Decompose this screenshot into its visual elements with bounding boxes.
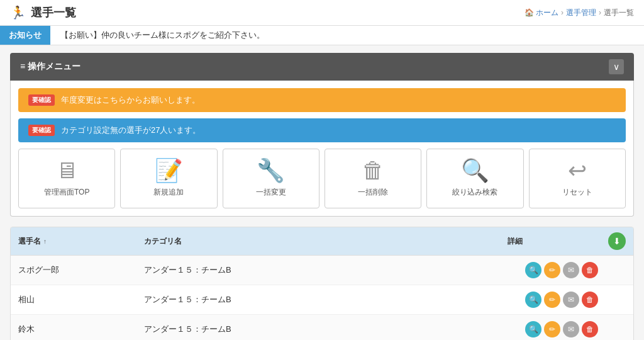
action-bulk-change-label: 一括変更 bbox=[256, 187, 286, 198]
th-player-name-label: 選手名 bbox=[18, 236, 41, 247]
th-player-name[interactable]: 選手名 ↑ bbox=[18, 236, 144, 247]
monitor-icon: 🖥 bbox=[55, 159, 78, 182]
action-bulk-delete[interactable]: 🗑 一括削除 bbox=[325, 149, 421, 208]
table-row: 相山 アンダー１５：チームB 🔍 ✏ ✉ 🗑 bbox=[11, 285, 633, 315]
player-name-1: 相山 bbox=[18, 294, 144, 305]
th-detail-label: 詳細 bbox=[508, 236, 523, 247]
download-button[interactable]: ⬇ bbox=[608, 232, 626, 250]
breadcrumb-current: 選手一覧 bbox=[604, 8, 634, 18]
detail-mail-btn-1[interactable]: ✉ bbox=[563, 292, 579, 308]
action-admin-top-label: 管理画面TOP bbox=[44, 187, 89, 198]
bulk-edit-icon: 🔧 bbox=[257, 159, 285, 182]
breadcrumb-home[interactable]: 🏠 ホーム bbox=[525, 8, 558, 18]
action-filter-search[interactable]: 🔍 絞り込み検索 bbox=[426, 149, 523, 208]
page-title: 選手一覧 bbox=[31, 5, 76, 20]
action-add-new[interactable]: 📝 新規追加 bbox=[120, 149, 217, 208]
player-category-1: アンダー１５：チームB bbox=[144, 294, 525, 305]
action-reset-label: リセット bbox=[562, 187, 592, 198]
player-table: 選手名 ↑ カテゴリ名 詳細 ⬇ スポグ一郎 アンダー１５：チームB 🔍 ✏ bbox=[10, 227, 634, 340]
detail-mail-btn-0[interactable]: ✉ bbox=[563, 262, 579, 278]
action-bulk-change[interactable]: 🔧 一括変更 bbox=[223, 149, 319, 208]
alert-banner-year[interactable]: 要確認 年度変更はこちらからお願いします。 bbox=[18, 88, 626, 112]
alert-message-1: カテゴリ設定無の選手が27人います。 bbox=[61, 125, 201, 136]
detail-delete-btn-1[interactable]: 🗑 bbox=[582, 292, 598, 308]
operation-menu-toggle[interactable]: ≡ 操作メニュー ∨ bbox=[10, 53, 634, 81]
detail-edit-btn-1[interactable]: ✏ bbox=[544, 292, 560, 308]
reset-icon: ↩ bbox=[568, 159, 587, 182]
th-detail: 詳細 bbox=[508, 236, 608, 247]
action-admin-top[interactable]: 🖥 管理画面TOP bbox=[18, 149, 115, 208]
player-category-2: アンダー１５：チームB bbox=[144, 324, 525, 335]
detail-edit-btn-2[interactable]: ✏ bbox=[544, 321, 560, 337]
player-actions-0: 🔍 ✏ ✉ 🗑 bbox=[525, 262, 626, 278]
detail-search-btn-2[interactable]: 🔍 bbox=[525, 321, 541, 337]
sort-arrow-icon: ↑ bbox=[43, 238, 47, 245]
action-bulk-delete-label: 一括削除 bbox=[358, 187, 388, 198]
player-category-0: アンダー１５：チームB bbox=[144, 264, 525, 276]
detail-delete-btn-0[interactable]: 🗑 bbox=[582, 262, 598, 278]
detail-mail-btn-2[interactable]: ✉ bbox=[563, 321, 579, 337]
player-name-0: スポグ一郎 bbox=[18, 264, 144, 276]
alert-badge-0: 要確認 bbox=[28, 94, 55, 106]
detail-search-btn-0[interactable]: 🔍 bbox=[525, 262, 541, 278]
detail-search-btn-1[interactable]: 🔍 bbox=[525, 292, 541, 308]
table-row: スポグ一郎 アンダー１５：チームB 🔍 ✏ ✉ 🗑 bbox=[11, 256, 633, 285]
action-reset[interactable]: ↩ リセット bbox=[529, 149, 626, 208]
breadcrumb-sep-1: › bbox=[561, 8, 564, 17]
table-row: 鈴木 アンダー１５：チームB 🔍 ✏ ✉ 🗑 bbox=[11, 315, 633, 340]
breadcrumb: 🏠 ホーム › 選手管理 › 選手一覧 bbox=[525, 8, 634, 18]
alert-message-0: 年度変更はこちらからお願いします。 bbox=[61, 94, 200, 106]
chevron-down-icon: ∨ bbox=[609, 59, 624, 74]
detail-delete-btn-2[interactable]: 🗑 bbox=[582, 321, 598, 337]
table-header: 選手名 ↑ カテゴリ名 詳細 ⬇ bbox=[11, 227, 633, 256]
title-icon: 🏃 bbox=[10, 5, 26, 20]
notice-text: 【お願い】仲の良いチーム様にスポグをご紹介下さい。 bbox=[50, 26, 275, 45]
notice-bar: お知らせ 【お願い】仲の良いチーム様にスポグをご紹介下さい。 bbox=[0, 26, 644, 45]
alert-badge-1: 要確認 bbox=[28, 125, 55, 136]
action-add-new-label: 新規追加 bbox=[153, 187, 184, 198]
main-content: ≡ 操作メニュー ∨ 要確認 年度変更はこちらからお願いします。 要確認 カテゴ… bbox=[0, 45, 644, 340]
player-actions-1: 🔍 ✏ ✉ 🗑 bbox=[525, 292, 626, 308]
trash-icon: 🗑 bbox=[362, 159, 384, 182]
page-header: 🏃 選手一覧 🏠 ホーム › 選手管理 › 選手一覧 bbox=[0, 0, 644, 26]
action-grid: 🖥 管理画面TOP 📝 新規追加 🔧 一括変更 🗑 一括削除 🔍 絞り込み検索 … bbox=[18, 149, 626, 208]
search-icon: 🔍 bbox=[461, 159, 489, 182]
breadcrumb-player-mgmt[interactable]: 選手管理 bbox=[566, 8, 596, 18]
detail-edit-btn-0[interactable]: ✏ bbox=[544, 262, 560, 278]
th-category: カテゴリ名 bbox=[144, 236, 508, 247]
breadcrumb-sep-2: › bbox=[599, 8, 601, 17]
operation-menu-title: ≡ 操作メニュー bbox=[20, 61, 80, 72]
title-area: 🏃 選手一覧 bbox=[10, 5, 76, 20]
alert-banner-category[interactable]: 要確認 カテゴリ設定無の選手が27人います。 bbox=[18, 118, 626, 142]
player-name-2: 鈴木 bbox=[18, 324, 144, 335]
action-filter-search-label: 絞り込み検索 bbox=[452, 187, 497, 198]
player-actions-2: 🔍 ✏ ✉ 🗑 bbox=[525, 321, 626, 337]
th-category-label: カテゴリ名 bbox=[144, 237, 182, 246]
notice-label: お知らせ bbox=[0, 26, 50, 45]
edit-add-icon: 📝 bbox=[155, 159, 183, 182]
operation-menu-body: 要確認 年度変更はこちらからお願いします。 要確認 カテゴリ設定無の選手が27人… bbox=[10, 81, 634, 217]
table-section: 選手名 ↑ カテゴリ名 詳細 ⬇ スポグ一郎 アンダー１５：チームB 🔍 ✏ bbox=[10, 227, 634, 340]
